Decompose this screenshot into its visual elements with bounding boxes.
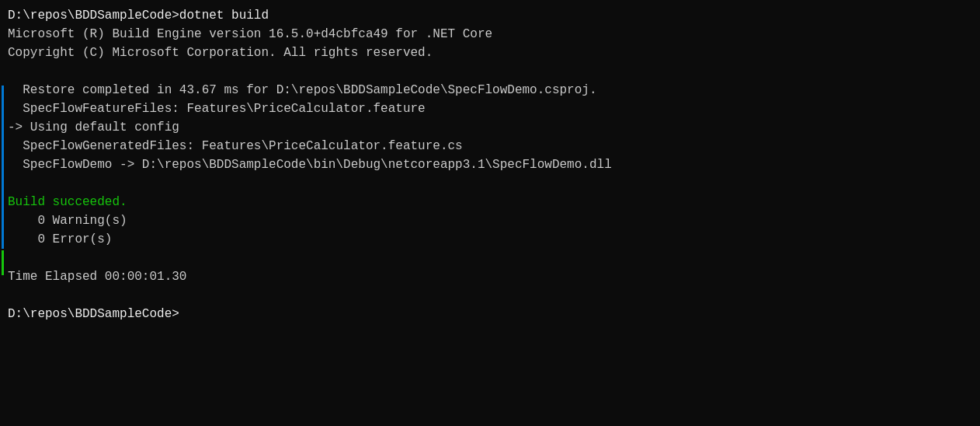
terminal-prompt: D:\repos\BDDSampleCode>: [8, 305, 972, 323]
terminal-line-blank: [8, 286, 972, 305]
terminal-window: D:\repos\BDDSampleCode>dotnet build Micr…: [0, 0, 980, 426]
terminal-elapsed-time: Time Elapsed 00:00:01.30: [8, 267, 972, 286]
terminal-line: Restore completed in 43.67 ms for D:\rep…: [8, 81, 972, 100]
terminal-line-blank: [8, 62, 972, 81]
terminal-line: 0 Error(s): [8, 230, 972, 249]
left-bar-green: [2, 250, 4, 275]
terminal-line: SpecFlowGeneratedFiles: Features\PriceCa…: [8, 137, 972, 155]
terminal-line: D:\repos\BDDSampleCode>dotnet build: [8, 6, 972, 25]
terminal-line-blank: [8, 249, 972, 267]
terminal-build-success: Build succeeded.: [8, 193, 972, 211]
terminal-line-blank: [8, 174, 972, 193]
terminal-line: SpecFlowDemo -> D:\repos\BDDSampleCode\b…: [8, 155, 972, 174]
terminal-line: -> Using default config: [8, 118, 972, 137]
terminal-line: 0 Warning(s): [8, 211, 972, 230]
left-bar-blue: [2, 86, 4, 249]
terminal-line: Microsoft (R) Build Engine version 16.5.…: [8, 25, 972, 44]
terminal-line: SpecFlowFeatureFiles: Features\PriceCalc…: [8, 100, 972, 118]
terminal-line: Copyright (C) Microsoft Corporation. All…: [8, 44, 972, 62]
